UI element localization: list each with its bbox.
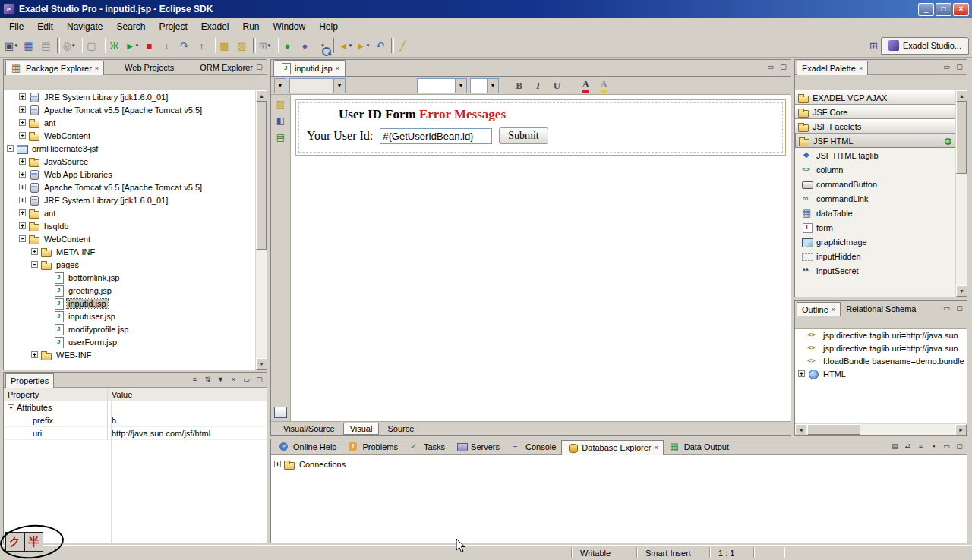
menu-navigate[interactable]: Navigate: [60, 20, 109, 33]
italic-button[interactable]: I: [530, 78, 546, 93]
tree-item[interactable]: + HTML: [795, 367, 967, 380]
tree-expander[interactable]: -: [19, 235, 26, 242]
menu-project[interactable]: Project: [152, 20, 194, 33]
tab-servers[interactable]: Servers: [450, 439, 505, 454]
page-edit-icon[interactable]: ▤: [274, 131, 288, 145]
bold-button[interactable]: B: [511, 78, 527, 93]
vertical-scrollbar[interactable]: ▲ ▼: [255, 90, 267, 370]
restore-icon[interactable]: ×: [228, 375, 239, 385]
tab-data-output[interactable]: Data Output: [664, 439, 734, 454]
tree-expander[interactable]: -: [31, 261, 38, 268]
open-type-button[interactable]: ●: [279, 36, 296, 55]
menu-edit[interactable]: Edit: [30, 20, 60, 33]
step-return-button[interactable]: ↑: [193, 36, 210, 55]
war-package-button[interactable]: ▨: [233, 36, 251, 55]
palette-item[interactable]: EXADEL VCP AJAX: [795, 90, 955, 105]
column-header-property[interactable]: Property: [4, 390, 107, 399]
minimize-view-icon[interactable]: ▭: [765, 62, 776, 73]
tree-item[interactable]: jsp:directive.taglib uri=http://java.sun: [795, 341, 967, 354]
tree-item[interactable]: inputuser.jsp: [4, 310, 255, 322]
palette-item[interactable]: JSF Core: [795, 105, 955, 119]
vertical-scrollbar[interactable]: ▲ ▼: [955, 90, 967, 297]
tree-item[interactable]: + ant: [4, 206, 255, 219]
scroll-left-icon[interactable]: ◄: [795, 424, 806, 435]
underline-button[interactable]: U: [549, 78, 565, 93]
tree-expander[interactable]: +: [31, 351, 38, 358]
property-row[interactable]: - Attributes: [4, 401, 267, 414]
sort-icon[interactable]: ⇅: [202, 375, 213, 385]
tab-visual-source[interactable]: Visual/Source: [277, 423, 341, 434]
maximize-view-icon[interactable]: ▢: [778, 62, 789, 73]
tree-item[interactable]: + Apache Tomcat v5.5 [Apache Tomcat v5.5…: [4, 181, 255, 193]
menu-search[interactable]: Search: [109, 20, 152, 33]
minimize-button[interactable]: _: [918, 3, 934, 16]
style-dropdown[interactable]: ▼: [274, 78, 286, 93]
tree-expander[interactable]: +: [19, 209, 26, 216]
external-tools-button[interactable]: ◎ ▾: [60, 36, 77, 55]
open-interface-button[interactable]: ●: [296, 36, 314, 55]
tree-expander[interactable]: +: [19, 93, 26, 100]
scroll-up-icon[interactable]: ▲: [956, 90, 967, 102]
tab-visual[interactable]: Visual: [343, 423, 380, 435]
tab-problems[interactable]: Problems: [342, 439, 402, 454]
tree-item[interactable]: + WEB-INF: [4, 348, 255, 361]
tab-online-help[interactable]: Online Help: [273, 439, 342, 454]
close-tab-icon[interactable]: ×: [95, 64, 99, 72]
menu-run[interactable]: Run: [236, 20, 267, 33]
perspective-button[interactable]: Exadel Studio...: [881, 37, 969, 55]
visual-editor-canvas[interactable]: User ID Form Error Messages Your User Id…: [291, 95, 791, 421]
scroll-lock-icon[interactable]: ≡: [915, 442, 926, 452]
palette-item[interactable]: JSF HTML taglib: [795, 148, 955, 162]
tab-exadel-palette[interactable]: Exadel Palette ×: [797, 61, 868, 75]
property-row[interactable]: uri http://java.sun.com/jsf/html: [4, 427, 267, 440]
debug-button[interactable]: Ж: [106, 36, 123, 55]
tree-expander[interactable]: +: [31, 248, 38, 255]
maximize-view-icon[interactable]: ▢: [954, 62, 965, 73]
tree-item[interactable]: greeting.jsp: [4, 284, 255, 297]
last-edit-button[interactable]: ↶: [371, 36, 389, 55]
palette-item[interactable]: graphicImage: [795, 234, 955, 249]
tree-item[interactable]: + Web App Libraries: [4, 168, 255, 181]
palette-item[interactable]: column: [795, 162, 955, 177]
close-tab-icon[interactable]: ×: [336, 64, 339, 72]
minimize-view-icon[interactable]: ▭: [941, 442, 952, 452]
scroll-down-icon[interactable]: ▼: [256, 358, 267, 370]
close-tab-icon[interactable]: ×: [654, 444, 658, 451]
tab-tasks[interactable]: Tasks: [403, 439, 450, 454]
tree-item[interactable]: + hsqldb: [4, 219, 255, 232]
layout-icon[interactable]: ▤: [889, 442, 901, 452]
tree-item[interactable]: + JavaSource: [4, 155, 255, 168]
tree-expander[interactable]: +: [19, 119, 26, 126]
new-wizard-button[interactable]: ▣ ▾: [2, 36, 20, 55]
scroll-right-icon[interactable]: ►: [955, 424, 967, 435]
pin-view-icon[interactable]: ▪: [928, 442, 939, 452]
scroll-thumb[interactable]: [256, 102, 267, 250]
tree-item[interactable]: userForm.jsp: [4, 335, 255, 348]
terminate-button[interactable]: ■: [140, 36, 158, 55]
tree-expander[interactable]: +: [19, 106, 26, 113]
tree-item[interactable]: f:loadBundle basename=demo.bundle: [795, 354, 967, 367]
tree-item[interactable]: + ant: [4, 116, 255, 129]
minimize-view-icon[interactable]: ▭: [941, 62, 952, 73]
tree-expander[interactable]: +: [798, 370, 805, 377]
font-combo[interactable]: ▼: [417, 78, 467, 93]
menu-window[interactable]: Window: [267, 20, 313, 33]
palette-item[interactable]: dataTable: [795, 206, 955, 220]
tree-item[interactable]: + WebContent: [4, 129, 255, 142]
run-button[interactable]: ► ▾: [123, 36, 140, 55]
maximize-view-icon[interactable]: ▢: [254, 62, 265, 73]
tree-item[interactable]: - WebContent: [4, 232, 255, 245]
filter-icon[interactable]: ▼: [215, 375, 226, 385]
tree-item[interactable]: + Apache Tomcat v5.5 [Apache Tomcat v5.5…: [4, 103, 255, 116]
tab-properties[interactable]: Properties: [5, 373, 54, 388]
tree-item[interactable]: bottomlink.jsp: [4, 271, 255, 284]
menu-exadel[interactable]: Exadel: [194, 20, 236, 33]
maximize-view-icon[interactable]: ▢: [254, 375, 265, 385]
tree-item[interactable]: jsp:directive.taglib uri=http://java.sun: [795, 329, 967, 341]
tree-item[interactable]: + Connections: [271, 458, 967, 470]
close-button[interactable]: ×: [953, 3, 969, 16]
close-tab-icon[interactable]: ×: [832, 306, 835, 313]
palette-item[interactable]: inputHidden: [795, 249, 955, 263]
palette-item[interactable]: form: [795, 220, 955, 234]
tree-expander[interactable]: +: [19, 132, 26, 139]
